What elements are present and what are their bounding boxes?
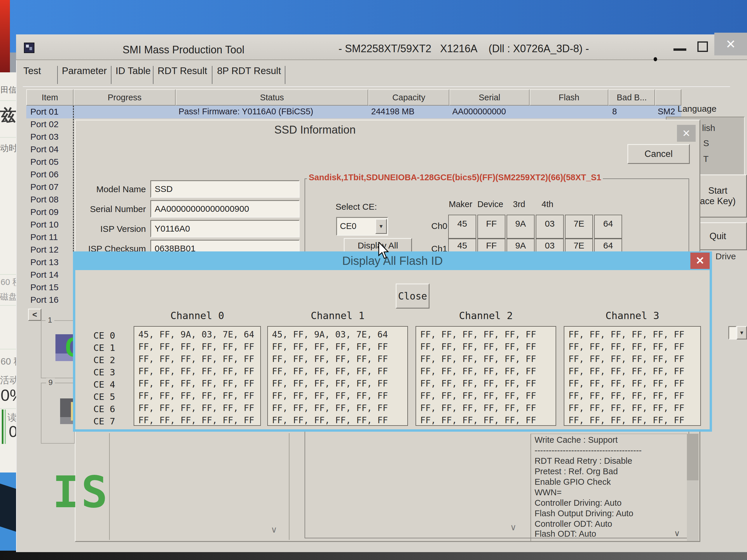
flash-id-close-button[interactable]: ✕ [690, 252, 710, 269]
ssd-dialog-close-button[interactable]: ✕ [677, 125, 696, 142]
start-button-sublabel: ace Key) [700, 196, 736, 207]
model-name-label: Model Name [73, 184, 146, 194]
tab-test[interactable]: Test [23, 65, 41, 76]
tab-rdt-result[interactable]: RDT Result [158, 65, 207, 76]
desktop-red-strip [0, 0, 10, 76]
tab-separator [153, 66, 153, 84]
channel-2-row: FF, FF, FF, FF, FF, FF [420, 365, 556, 377]
select-ce-dropdown-arrow[interactable]: ▼ [375, 219, 387, 234]
channel-0-row: FF, FF, FF, FF, FF, FF [138, 341, 260, 353]
settings-line-8: Controller ODT: Auto [535, 519, 612, 529]
language-item-2[interactable]: S [703, 138, 709, 148]
language-item-english[interactable]: lish [702, 123, 715, 133]
row-extra-value: SM2 [658, 107, 675, 116]
column-header-status[interactable]: Status [176, 89, 368, 106]
window-title-version: - SM2258XT/59XT2 X1216A (Dll : X0726A_3D… [338, 43, 589, 55]
big-status-text: IS [53, 466, 110, 517]
tab-separator [212, 66, 212, 84]
flash-id-close-dialog-button[interactable]: Close [396, 284, 430, 309]
cancel-button[interactable]: Cancel [627, 144, 690, 164]
flash-id-dialog-titlebar[interactable]: Display All Flash ID [73, 251, 712, 270]
settings-line-1: -------------------------------------- [535, 446, 642, 455]
panel-divider [289, 433, 289, 540]
left-fragment-2: 动时 [0, 142, 18, 154]
port-row-11[interactable]: Port 11 [30, 232, 58, 242]
channel-2-row: FF, FF, FF, FF, FF, FF [420, 390, 556, 402]
port-row-16[interactable]: Port 16 [30, 295, 59, 305]
port-row-06[interactable]: Port 06 [30, 169, 59, 179]
channel-1-row: FF, FF, FF, FF, FF, FF [272, 402, 407, 414]
serial-number-field[interactable]: AA00000000000000900 [150, 200, 300, 218]
chevron-down-icon[interactable]: ∨ [510, 522, 516, 532]
settings-line-9: Flash ODT: Auto [535, 529, 596, 539]
channel-1-row: FF, FF, FF, FF, FF, FF [272, 414, 407, 426]
port-row-13[interactable]: Port 13 [30, 257, 59, 267]
settings-scrollbar-thumb[interactable] [687, 434, 699, 480]
scroll-left-button[interactable]: < [28, 309, 42, 321]
channel-1-data-box: 45, FF, 9A, 03, 7E, 64 FF, FF, FF, FF, F… [267, 326, 408, 426]
close-button[interactable]: ✕ [714, 33, 747, 55]
id-value: FF [486, 241, 497, 250]
minimize-button[interactable] [673, 48, 686, 51]
channel-3-row: FF, FF, FF, FF, FF, FF [568, 365, 700, 377]
window-title: SMI Mass Production Tool [123, 44, 244, 56]
channel-3-row: FF, FF, FF, FF, FF, FF [568, 353, 700, 365]
channel-0-row: FF, FF, FF, FF, FF, FF [138, 377, 260, 390]
id-value: 9A [515, 241, 526, 250]
port-row-02[interactable]: Port 02 [30, 119, 59, 129]
edge-combobox-field[interactable] [728, 326, 737, 340]
ce-label-7: CE 7 [93, 416, 115, 426]
scroll-left-icon: < [32, 310, 37, 319]
row-bad-block-value: 8 [612, 107, 617, 116]
channel-2-row: FF, FF, FF, FF, FF, FF [420, 353, 556, 365]
column-header-progress[interactable]: Progress [74, 89, 176, 106]
channel-2-row: FF, FF, FF, FF, FF, FF [420, 402, 556, 414]
column-header-extra[interactable] [655, 89, 681, 106]
id-header-4th: 4th [542, 199, 553, 209]
port-row-04[interactable]: Port 04 [30, 144, 59, 154]
tab-separator [285, 66, 285, 84]
id-header-device: Device [478, 199, 504, 209]
column-header-flash[interactable]: Flash [530, 89, 609, 106]
close-dialog-button-label: Close [398, 291, 427, 302]
settings-line-6: Controller Driving: Auto [535, 498, 621, 508]
port-row-09[interactable]: Port 09 [30, 207, 59, 217]
port-row-03[interactable]: Port 03 [30, 132, 59, 142]
column-header-label: Progress [108, 93, 141, 102]
port-group-1-label: 1 [46, 316, 54, 325]
ce-label-1: CE 1 [93, 342, 115, 353]
edge-combobox-arrow[interactable]: ▼ [737, 326, 747, 340]
table-row-selected[interactable] [26, 106, 681, 118]
maximize-button[interactable] [697, 42, 708, 52]
language-item-3[interactable]: T [703, 154, 709, 164]
column-header-item[interactable]: Item [26, 89, 74, 106]
id-value: 64 [603, 241, 613, 250]
port-row-10[interactable]: Port 10 [30, 220, 59, 230]
chevron-down-icon[interactable]: ∨ [674, 529, 680, 538]
port-row-07[interactable]: Port 07 [30, 182, 59, 192]
app-icon-inner [26, 45, 29, 48]
port-row-01[interactable]: Port 01 [30, 107, 59, 117]
row-serial-value: AA000000000 [452, 107, 506, 116]
chevron-down-icon[interactable]: ∨ [271, 525, 277, 535]
tab-parameter[interactable]: Parameter [62, 65, 107, 76]
channel-0-row: FF, FF, FF, FF, FF, FF [138, 365, 260, 377]
model-name-value: SSD [155, 184, 173, 194]
green-bar-icon [5, 409, 6, 444]
isp-version-field[interactable]: Y0116A0 [150, 220, 300, 237]
close-icon: ✕ [725, 37, 736, 51]
tab-separator [111, 66, 111, 84]
port-row-05[interactable]: Port 05 [30, 157, 59, 167]
port-row-15[interactable]: Port 15 [30, 282, 59, 292]
column-header-capacity[interactable]: Capacity [368, 89, 449, 106]
tab-8p-rdt-result[interactable]: 8P RDT Result [217, 65, 281, 76]
id-value: FF [486, 219, 497, 229]
column-header-bad-block[interactable]: Bad B... [609, 89, 655, 106]
model-name-field[interactable]: SSD [150, 180, 300, 198]
port-row-12[interactable]: Port 12 [30, 245, 59, 255]
column-header-serial[interactable]: Serial [449, 89, 530, 106]
port-row-08[interactable]: Port 08 [30, 194, 59, 205]
tab-id-table[interactable]: ID Table [115, 65, 151, 76]
port-row-14[interactable]: Port 14 [30, 270, 59, 280]
channel-1-label: Channel 1 [311, 310, 364, 321]
